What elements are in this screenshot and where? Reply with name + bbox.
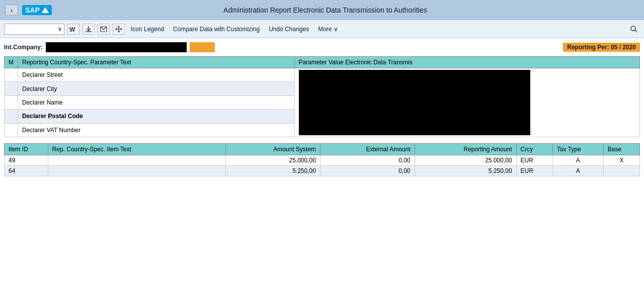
w-icon: W [69, 26, 77, 33]
cell-reporting-amount: 5.250,00 [415, 166, 516, 176]
download-icon [85, 26, 92, 33]
int-company-label: Int.Company: [4, 44, 43, 51]
toolbar: ∨ W Icon Legend Compare Data with Custom… [0, 20, 644, 38]
toolbar-dropdown[interactable]: ∨ [4, 24, 64, 35]
cell-m [5, 110, 18, 123]
reporting-per-value: 05 / 2020 [611, 44, 636, 51]
lower-col-tax-type: Tax Type [552, 144, 603, 155]
compare-data-button[interactable]: Compare Data with Customizing [170, 25, 263, 34]
lower-col-base: Base [603, 144, 639, 155]
lower-col-reporting-amount: Reporting Amount [415, 144, 516, 155]
svg-text:W: W [69, 26, 75, 33]
page-title: Administration Report Electronic Data Tr… [12, 6, 639, 14]
reporting-per-badge: Reporting Per: 05 / 2020 [563, 43, 640, 52]
redacted-values-block [299, 70, 530, 135]
lower-col-crcy: Crcy [516, 144, 552, 155]
svg-point-6 [631, 26, 635, 31]
int-company-value-redacted [46, 42, 187, 52]
move-button[interactable] [113, 24, 125, 35]
cell-param-text: Declarer Street [18, 68, 295, 82]
undo-changes-button[interactable]: Undo Changes [266, 25, 312, 34]
cell-base [603, 166, 639, 176]
cell-tax-type: A [552, 155, 603, 166]
upper-table: M Reporting Country-Spec. Parameter Text… [4, 56, 640, 137]
cell-param-text: Declarer Postal Code [18, 110, 295, 123]
mail-button[interactable] [98, 24, 110, 35]
cell-base: X [603, 155, 639, 166]
int-company-orange-block [190, 42, 215, 52]
more-button[interactable]: More ∨ [315, 25, 341, 34]
cell-param-text: Declarer City [18, 82, 295, 95]
lower-col-amount-system: Amount System [226, 144, 320, 155]
cell-m [5, 82, 18, 95]
reporting-per-label: Reporting Per: [567, 44, 609, 51]
cell-amount-system: 5.250,00 [226, 166, 320, 176]
cell-item-text [48, 155, 226, 166]
lower-col-external-amount: External Amount [320, 144, 415, 155]
lower-col-item-text: Rep. Country-Spec. Item Text [48, 144, 226, 155]
table-row: 64 5.250,00 0,00 5.250,00 EUR A [5, 166, 640, 176]
cell-param-text: Declarer VAT Number [18, 123, 295, 137]
upper-col-param-value: Parameter Value Electronic Data Transmis [294, 57, 639, 68]
download-button[interactable] [83, 24, 95, 35]
lower-table: Item ID Rep. Country-Spec. Item Text Amo… [4, 143, 640, 176]
move-icon [115, 26, 122, 33]
int-company-row: Int.Company: Reporting Per: 05 / 2020 [4, 42, 640, 52]
cell-external-amount: 0,00 [320, 166, 415, 176]
cell-crcy: EUR [516, 166, 552, 176]
cell-m [5, 68, 18, 82]
lower-col-item-id: Item ID [5, 144, 48, 155]
svg-line-7 [635, 30, 637, 32]
cell-crcy: EUR [516, 155, 552, 166]
w-icon-button[interactable]: W [67, 24, 79, 35]
content-area: Int.Company: Reporting Per: 05 / 2020 M … [0, 38, 644, 180]
cell-tax-type: A [552, 166, 603, 176]
upper-col-param-text: Reporting Country-Spec. Parameter Text [18, 57, 295, 68]
upper-col-m: M [5, 57, 18, 68]
mail-icon [100, 26, 107, 32]
search-icon [630, 25, 638, 33]
icon-legend-button[interactable]: Icon Legend [128, 25, 167, 34]
cell-reporting-amount: 25.000,00 [415, 155, 516, 166]
table-row: Declarer Street [5, 68, 640, 82]
cell-m [5, 95, 18, 109]
cell-param-value [294, 68, 639, 137]
cell-amount-system: 25.000,00 [226, 155, 320, 166]
title-bar: ‹ SAP Administration Report Electronic D… [0, 0, 644, 20]
cell-m [5, 123, 18, 137]
int-company-left: Int.Company: [4, 42, 215, 52]
search-button[interactable] [628, 24, 640, 35]
table-row: 49 25.000,00 0,00 25.000,00 EUR A X [5, 155, 640, 166]
cell-item-text [48, 166, 226, 176]
cell-item-id: 64 [5, 166, 48, 176]
cell-item-id: 49 [5, 155, 48, 166]
cell-param-text: Declarer Name [18, 95, 295, 109]
cell-external-amount: 0,00 [320, 155, 415, 166]
